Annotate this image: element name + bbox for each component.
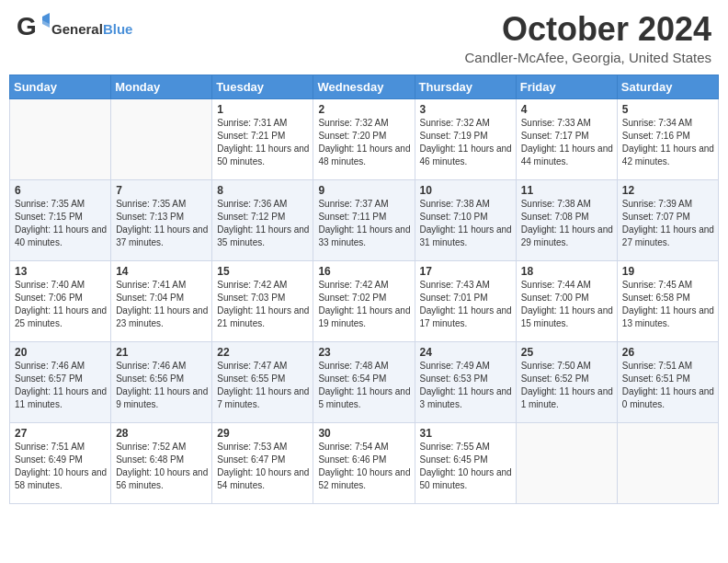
day-number: 16 <box>318 265 410 278</box>
table-row: 4Sunrise: 7:33 AMSunset: 7:17 PMDaylight… <box>516 98 617 179</box>
day-number: 17 <box>420 265 512 278</box>
table-row: 31Sunrise: 7:55 AMSunset: 6:45 PMDayligh… <box>415 422 516 503</box>
table-row: 18Sunrise: 7:44 AMSunset: 7:00 PMDayligh… <box>516 260 617 341</box>
day-info: Sunrise: 7:39 AMSunset: 7:07 PMDaylight:… <box>622 198 714 249</box>
table-row: 13Sunrise: 7:40 AMSunset: 7:06 PMDayligh… <box>10 260 111 341</box>
table-row: 16Sunrise: 7:42 AMSunset: 7:02 PMDayligh… <box>313 260 415 341</box>
day-number: 3 <box>420 103 512 116</box>
day-number: 4 <box>521 103 613 116</box>
table-row <box>516 422 617 503</box>
day-number: 30 <box>318 427 410 440</box>
day-number: 12 <box>622 184 714 197</box>
header-thursday: Thursday <box>415 75 516 98</box>
day-number: 20 <box>15 346 107 359</box>
day-info: Sunrise: 7:55 AMSunset: 6:45 PMDaylight:… <box>420 441 512 492</box>
page-header: G GeneralBlue October 2024 Candler-McAfe… <box>0 0 728 69</box>
table-row: 9Sunrise: 7:37 AMSunset: 7:11 PMDaylight… <box>313 179 415 260</box>
table-row: 29Sunrise: 7:53 AMSunset: 6:47 PMDayligh… <box>212 422 313 503</box>
day-info: Sunrise: 7:32 AMSunset: 7:20 PMDaylight:… <box>318 117 410 168</box>
day-info: Sunrise: 7:43 AMSunset: 7:01 PMDaylight:… <box>420 279 512 330</box>
header-tuesday: Tuesday <box>212 75 313 98</box>
day-number: 28 <box>116 427 208 440</box>
day-number: 2 <box>318 103 410 116</box>
day-info: Sunrise: 7:54 AMSunset: 6:46 PMDaylight:… <box>318 441 410 492</box>
day-info: Sunrise: 7:42 AMSunset: 7:03 PMDaylight:… <box>217 279 309 330</box>
logo-blue: Blue <box>103 21 133 37</box>
day-number: 15 <box>217 265 309 278</box>
day-number: 21 <box>116 346 208 359</box>
day-number: 24 <box>420 346 512 359</box>
table-row: 27Sunrise: 7:51 AMSunset: 6:49 PMDayligh… <box>10 422 111 503</box>
day-info: Sunrise: 7:46 AMSunset: 6:56 PMDaylight:… <box>116 360 208 411</box>
day-number: 13 <box>15 265 107 278</box>
day-info: Sunrise: 7:42 AMSunset: 7:02 PMDaylight:… <box>318 279 410 330</box>
header-sunday: Sunday <box>10 75 111 98</box>
table-row: 25Sunrise: 7:50 AMSunset: 6:52 PMDayligh… <box>516 341 617 422</box>
calendar-week-row: 6Sunrise: 7:35 AMSunset: 7:15 PMDaylight… <box>10 179 719 260</box>
table-row <box>111 98 212 179</box>
day-number: 1 <box>217 103 309 116</box>
svg-text:G: G <box>17 12 37 40</box>
day-info: Sunrise: 7:36 AMSunset: 7:12 PMDaylight:… <box>217 198 309 249</box>
day-number: 19 <box>622 265 714 278</box>
table-row: 5Sunrise: 7:34 AMSunset: 7:16 PMDaylight… <box>617 98 718 179</box>
day-info: Sunrise: 7:46 AMSunset: 6:57 PMDaylight:… <box>15 360 107 411</box>
day-number: 6 <box>15 184 107 197</box>
day-info: Sunrise: 7:49 AMSunset: 6:53 PMDaylight:… <box>420 360 512 411</box>
day-info: Sunrise: 7:48 AMSunset: 6:54 PMDaylight:… <box>318 360 410 411</box>
table-row: 26Sunrise: 7:51 AMSunset: 6:51 PMDayligh… <box>617 341 718 422</box>
day-number: 22 <box>217 346 309 359</box>
day-number: 31 <box>420 427 512 440</box>
calendar-page: G GeneralBlue October 2024 Candler-McAfe… <box>0 0 728 563</box>
table-row: 10Sunrise: 7:38 AMSunset: 7:10 PMDayligh… <box>415 179 516 260</box>
day-info: Sunrise: 7:45 AMSunset: 6:58 PMDaylight:… <box>622 279 714 330</box>
days-header-row: Sunday Monday Tuesday Wednesday Thursday… <box>10 75 719 98</box>
table-row: 6Sunrise: 7:35 AMSunset: 7:15 PMDaylight… <box>10 179 111 260</box>
table-row: 19Sunrise: 7:45 AMSunset: 6:58 PMDayligh… <box>617 260 718 341</box>
day-number: 9 <box>318 184 410 197</box>
day-number: 5 <box>622 103 714 116</box>
logo: G GeneralBlue <box>17 11 132 48</box>
day-number: 7 <box>116 184 208 197</box>
logo-icon: G <box>17 11 50 48</box>
calendar-week-row: 20Sunrise: 7:46 AMSunset: 6:57 PMDayligh… <box>10 341 719 422</box>
day-number: 26 <box>622 346 714 359</box>
day-info: Sunrise: 7:38 AMSunset: 7:10 PMDaylight:… <box>420 198 512 249</box>
header-saturday: Saturday <box>617 75 718 98</box>
day-number: 8 <box>217 184 309 197</box>
day-info: Sunrise: 7:51 AMSunset: 6:49 PMDaylight:… <box>15 441 107 492</box>
day-number: 18 <box>521 265 613 278</box>
calendar-week-row: 13Sunrise: 7:40 AMSunset: 7:06 PMDayligh… <box>10 260 719 341</box>
table-row: 1Sunrise: 7:31 AMSunset: 7:21 PMDaylight… <box>212 98 313 179</box>
table-row: 30Sunrise: 7:54 AMSunset: 6:46 PMDayligh… <box>313 422 415 503</box>
day-info: Sunrise: 7:32 AMSunset: 7:19 PMDaylight:… <box>420 117 512 168</box>
day-number: 14 <box>116 265 208 278</box>
logo-general: General <box>51 21 103 37</box>
table-row: 23Sunrise: 7:48 AMSunset: 6:54 PMDayligh… <box>313 341 415 422</box>
table-row: 17Sunrise: 7:43 AMSunset: 7:01 PMDayligh… <box>415 260 516 341</box>
table-row: 24Sunrise: 7:49 AMSunset: 6:53 PMDayligh… <box>415 341 516 422</box>
day-info: Sunrise: 7:40 AMSunset: 7:06 PMDaylight:… <box>15 279 107 330</box>
day-number: 10 <box>420 184 512 197</box>
table-row: 15Sunrise: 7:42 AMSunset: 7:03 PMDayligh… <box>212 260 313 341</box>
header-monday: Monday <box>111 75 212 98</box>
day-info: Sunrise: 7:53 AMSunset: 6:47 PMDaylight:… <box>217 441 309 492</box>
table-row: 28Sunrise: 7:52 AMSunset: 6:48 PMDayligh… <box>111 422 212 503</box>
day-info: Sunrise: 7:37 AMSunset: 7:11 PMDaylight:… <box>318 198 410 249</box>
calendar-week-row: 1Sunrise: 7:31 AMSunset: 7:21 PMDaylight… <box>10 98 719 179</box>
day-number: 27 <box>15 427 107 440</box>
day-info: Sunrise: 7:35 AMSunset: 7:15 PMDaylight:… <box>15 198 107 249</box>
table-row: 7Sunrise: 7:35 AMSunset: 7:13 PMDaylight… <box>111 179 212 260</box>
day-number: 11 <box>521 184 613 197</box>
day-info: Sunrise: 7:31 AMSunset: 7:21 PMDaylight:… <box>217 117 309 168</box>
header-wednesday: Wednesday <box>313 75 415 98</box>
day-info: Sunrise: 7:38 AMSunset: 7:08 PMDaylight:… <box>521 198 613 249</box>
table-row: 8Sunrise: 7:36 AMSunset: 7:12 PMDaylight… <box>212 179 313 260</box>
day-info: Sunrise: 7:35 AMSunset: 7:13 PMDaylight:… <box>116 198 208 249</box>
month-title: October 2024 <box>465 11 711 48</box>
day-info: Sunrise: 7:33 AMSunset: 7:17 PMDaylight:… <box>521 117 613 168</box>
day-info: Sunrise: 7:50 AMSunset: 6:52 PMDaylight:… <box>521 360 613 411</box>
table-row: 2Sunrise: 7:32 AMSunset: 7:20 PMDaylight… <box>313 98 415 179</box>
table-row: 20Sunrise: 7:46 AMSunset: 6:57 PMDayligh… <box>10 341 111 422</box>
day-number: 23 <box>318 346 410 359</box>
